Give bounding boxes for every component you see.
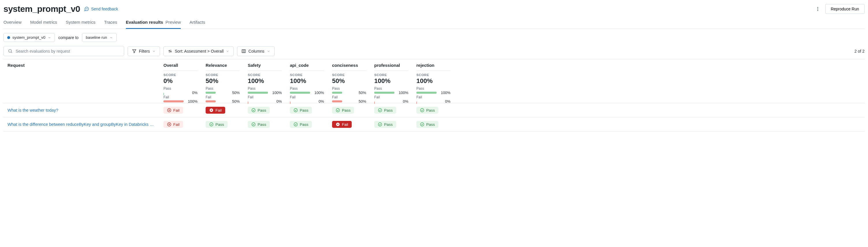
baseline-label: baseline run [86, 35, 107, 39]
send-feedback-link[interactable]: Send feedback [84, 6, 118, 11]
svg-line-7 [11, 52, 12, 53]
score-label: SCORE [374, 73, 408, 77]
score-value: 50% [206, 77, 240, 85]
pass-chip: Pass [206, 121, 227, 128]
chip-label: Pass [300, 122, 308, 127]
filters-button[interactable]: Filters [128, 46, 160, 56]
pass-label: Pass [332, 86, 366, 90]
score-value: 100% [248, 77, 282, 85]
x-circle-icon [336, 122, 340, 127]
chat-icon [84, 6, 89, 11]
metric-name: Safety [248, 59, 282, 71]
svg-point-15 [294, 108, 298, 112]
tab-evaluation-results[interactable]: Evaluation resultsPreview [126, 17, 181, 29]
pass-label: Pass [290, 86, 324, 90]
tab-label: Traces [104, 20, 117, 25]
sort-button[interactable]: Sort: Assessment > Overall [163, 46, 234, 56]
svg-point-14 [252, 108, 255, 112]
tab-label: System metrics [66, 20, 96, 25]
check-circle-icon [251, 122, 256, 127]
baseline-selector[interactable]: baseline run [82, 33, 117, 42]
svg-point-24 [378, 122, 382, 126]
columns-label: Columns [248, 49, 264, 54]
check-circle-icon [336, 108, 340, 112]
chip-label: Fail [173, 122, 180, 127]
tab-overview[interactable]: Overview [3, 17, 22, 29]
svg-point-0 [86, 9, 86, 9]
check-circle-icon [378, 108, 382, 112]
svg-point-21 [252, 122, 255, 126]
table-row: What is the difference between reduceByK… [3, 117, 865, 132]
tab-system-metrics[interactable]: System metrics [66, 17, 96, 29]
chevron-down-icon [267, 50, 270, 53]
svg-point-2 [88, 9, 88, 9]
tab-label: Artifacts [189, 20, 205, 25]
tab-artifacts[interactable]: Artifacts [189, 17, 205, 29]
columns-button[interactable]: Columns [237, 46, 274, 56]
tab-badge: Preview [165, 20, 181, 25]
pass-bar [332, 92, 352, 94]
request-link[interactable]: What is the difference between reduceByK… [7, 122, 155, 127]
pass-bar [206, 92, 226, 94]
score-label: SCORE [163, 73, 197, 77]
x-circle-icon [167, 108, 172, 112]
tab-model-metrics[interactable]: Model metrics [30, 17, 57, 29]
fail-label: Fail [332, 95, 366, 99]
reproduce-run-button[interactable]: Reproduce Run [825, 4, 865, 14]
pass-percent: 50% [354, 90, 366, 95]
fail-label: Fail [374, 95, 408, 99]
score-value: 0% [163, 77, 197, 85]
pass-percent: 100% [270, 90, 282, 95]
svg-point-17 [378, 108, 382, 112]
tab-label: Evaluation results [126, 20, 163, 25]
pass-label: Pass [206, 86, 240, 90]
svg-point-3 [817, 7, 818, 8]
chevron-down-icon [152, 50, 156, 53]
run-selector[interactable]: system_prompt_v0 [3, 33, 55, 42]
table-row: What is the weather today?FailFailPassPa… [3, 103, 865, 117]
sort-label: Sort: Assessment > Overall [175, 49, 223, 54]
svg-point-25 [421, 122, 424, 126]
pass-chip: Pass [290, 121, 312, 128]
pass-chip: Pass [248, 121, 270, 128]
pass-label: Pass [163, 86, 197, 90]
svg-point-1 [87, 9, 87, 9]
fail-chip: Fail [163, 107, 183, 114]
pass-chip: Pass [290, 107, 312, 114]
pass-chip: Pass [416, 121, 438, 128]
pass-bar [374, 92, 395, 94]
check-circle-icon [293, 108, 298, 112]
pass-label: Pass [374, 86, 408, 90]
column-header-safety: SafetySCORE100%Pass100%Fail0% [244, 59, 286, 103]
pass-percent: 50% [228, 90, 240, 95]
score-label: SCORE [290, 73, 324, 77]
search-input-wrapper[interactable] [3, 46, 124, 56]
result-counter: 2 of 2 [855, 49, 865, 54]
search-input[interactable] [16, 49, 120, 54]
fail-bar [332, 100, 352, 102]
score-value: 100% [290, 77, 324, 85]
tab-traces[interactable]: Traces [104, 17, 117, 29]
fail-bar [416, 100, 437, 102]
filter-icon [132, 49, 136, 54]
request-link[interactable]: What is the weather today? [7, 108, 58, 112]
svg-marker-8 [132, 50, 136, 53]
pass-chip: Pass [248, 107, 270, 114]
more-actions-button[interactable] [813, 4, 823, 13]
check-circle-icon [209, 122, 214, 127]
fail-percent: 0% [270, 99, 282, 104]
svg-point-4 [817, 9, 818, 9]
fail-percent: 0% [397, 99, 408, 104]
chevron-down-icon [226, 50, 229, 53]
fail-label: Fail [290, 95, 324, 99]
fail-label: Fail [416, 95, 451, 99]
x-circle-icon [209, 108, 214, 112]
svg-point-20 [210, 122, 213, 126]
fail-percent: 50% [354, 99, 366, 104]
chip-label: Fail [215, 108, 222, 112]
chip-label: Pass [384, 122, 393, 127]
chip-label: Pass [426, 122, 435, 127]
metric-name: Relevance [206, 59, 240, 71]
column-header-api_code: api_codeSCORE100%Pass100%Fail0% [286, 59, 328, 103]
metric-name: professional [374, 59, 408, 71]
